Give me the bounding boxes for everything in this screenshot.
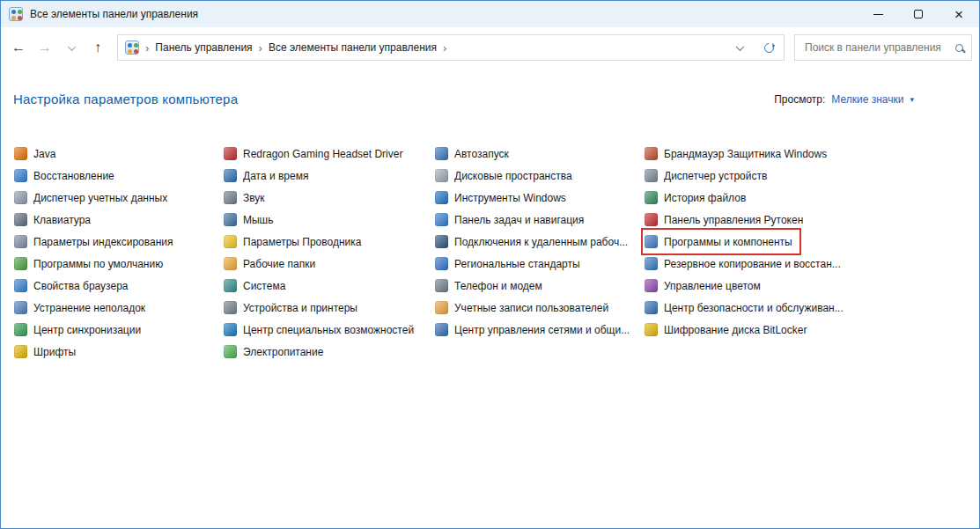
item-label: Учетные записи пользователей (454, 302, 608, 314)
control-panel-item[interactable]: Параметры индексирования (13, 231, 179, 253)
security-center-icon (645, 301, 658, 314)
close-button[interactable]: × (939, 1, 979, 27)
control-panel-item[interactable]: Рабочие папки (223, 253, 321, 275)
troubleshooting-icon (14, 301, 27, 314)
item-label: Система (243, 280, 285, 292)
control-panel-item[interactable]: Инструменты Windows (434, 187, 572, 209)
control-panel-item[interactable]: Резервное копирование и восстан... (644, 253, 847, 275)
java-icon (14, 147, 27, 160)
item-label: Программы по умолчанию (33, 258, 163, 270)
control-panel-item[interactable]: Система (223, 275, 291, 297)
user-accounts-icon (435, 301, 448, 314)
minimize-button[interactable] (858, 1, 898, 27)
keyboard-icon (14, 213, 27, 226)
control-panel-item[interactable]: Свойства браузера (13, 275, 135, 297)
forward-button[interactable]: → (33, 35, 57, 60)
control-panel-item[interactable]: Телефон и модем (434, 275, 549, 297)
control-panel-item[interactable]: Диспетчер устройств (644, 165, 773, 187)
item-label: Электропитание (243, 346, 323, 358)
control-panel-item[interactable]: Устройства и принтеры (223, 297, 364, 319)
programs-features-icon (645, 235, 658, 248)
control-panel-item[interactable]: Панель задач и навигация (434, 209, 590, 231)
address-dropdown-button[interactable] (728, 36, 751, 59)
control-panel-item[interactable]: Брандмауэр Защитника Windows (644, 143, 833, 165)
control-panel-item[interactable]: Центр безопасности и обслуживан... (644, 297, 850, 319)
control-panel-item[interactable]: Центр управления сетями и общи... (434, 319, 636, 341)
control-panel-item[interactable]: Управление цветом (644, 275, 767, 297)
redragon-icon (224, 147, 237, 160)
phone-modem-icon (435, 279, 448, 292)
devices-printers-icon (224, 301, 237, 314)
control-panel-item[interactable]: Redragon Gaming Headset Driver (223, 143, 409, 165)
maximize-button[interactable] (898, 1, 939, 27)
control-panel-item[interactable]: Панель управления Рутокен (644, 209, 809, 231)
breadcrumb-all-items[interactable]: Все элементы панели управления (269, 41, 437, 54)
control-panel-item[interactable]: Шифрование диска BitLocker (644, 319, 813, 341)
recent-pages-dropdown-button[interactable] (59, 35, 84, 60)
control-panel-item[interactable]: Звук (223, 187, 271, 209)
file-history-icon (645, 191, 658, 204)
control-panel-item[interactable]: Электропитание (223, 341, 329, 363)
refresh-button[interactable] (757, 36, 780, 59)
breadcrumb-separator: › (145, 42, 149, 54)
control-panel-item[interactable]: Подключения к удаленным рабоч... (434, 231, 634, 253)
control-panel-item[interactable]: Диспетчер учетных данных (13, 187, 173, 209)
search-icon[interactable] (955, 44, 963, 52)
items-grid: JavaВосстановлениеДиспетчер учетных данн… (13, 143, 967, 363)
control-panel-item[interactable]: Параметры Проводника (223, 231, 367, 253)
control-panel-item[interactable]: Устранение неполадок (13, 297, 151, 319)
item-label: Подключения к удаленным рабоч... (454, 236, 628, 248)
control-panel-item[interactable]: Автозапуск (434, 143, 515, 165)
control-panel-item[interactable]: Региональные стандарты (434, 253, 586, 275)
up-button[interactable]: ↑ (85, 35, 110, 60)
control-panel-item[interactable]: Java (13, 143, 62, 165)
item-label: Инструменты Windows (454, 192, 566, 204)
remote-desktop-icon (435, 235, 448, 248)
item-label: Брандмауэр Защитника Windows (664, 148, 827, 160)
control-panel-item[interactable]: Учетные записи пользователей (434, 297, 615, 319)
control-panel-item[interactable]: Программы по умолчанию (13, 253, 169, 275)
back-button[interactable]: ← (6, 35, 31, 60)
address-bar[interactable]: › Панель управления › Все элементы панел… (117, 34, 785, 61)
control-panel-item[interactable]: Восстановление (13, 165, 121, 187)
backup-restore-icon (645, 257, 658, 270)
control-panel-item[interactable]: Мышь (223, 209, 280, 231)
navigation-bar: ← → ↑ › Панель управления › Все элементы… (1, 27, 979, 68)
items-column: Redragon Gaming Headset DriverДата и вре… (223, 143, 434, 363)
control-panel-item[interactable]: Дисковые пространства (434, 165, 578, 187)
indexing-options-icon (14, 235, 27, 248)
chevron-down-icon (67, 42, 76, 51)
search-input[interactable] (803, 40, 950, 55)
item-label: Клавиатура (33, 214, 91, 226)
item-label: История файлов (664, 192, 746, 204)
item-label: Восстановление (33, 170, 114, 182)
breadcrumb-control-panel[interactable]: Панель управления (155, 41, 252, 54)
page-title: Настройка параметров компьютера (13, 92, 238, 107)
rutoken-icon (645, 213, 658, 226)
control-panel-item[interactable]: Шрифты (13, 341, 82, 363)
item-label: Звук (243, 192, 265, 204)
control-panel-item[interactable]: Дата и время (223, 165, 314, 187)
item-label: Свойства браузера (33, 280, 129, 292)
default-programs-icon (14, 257, 27, 270)
control-panel-item[interactable]: Центр специальных возможностей (223, 319, 420, 341)
control-panel-icon (125, 40, 139, 55)
windows-tools-icon (435, 191, 448, 204)
taskbar-icon (435, 213, 448, 226)
credential-manager-icon (14, 191, 27, 204)
item-label: Устранение неполадок (33, 302, 145, 314)
explorer-options-icon (224, 235, 237, 248)
control-panel-item[interactable]: Программы и компоненты (644, 231, 799, 253)
view-mode-dropdown[interactable]: Мелкие значки (831, 93, 903, 106)
maximize-icon (914, 10, 923, 18)
item-label: Параметры индексирования (33, 236, 173, 248)
bitlocker-icon (645, 323, 658, 336)
control-panel-item[interactable]: История файлов (644, 187, 752, 209)
item-label: Диспетчер устройств (664, 170, 767, 182)
item-label: Мышь (243, 214, 274, 226)
control-panel-item[interactable]: Центр синхронизации (13, 319, 147, 341)
control-panel-item[interactable]: Клавиатура (13, 209, 97, 231)
window-controls: × (858, 1, 979, 27)
system-icon (224, 279, 237, 292)
item-label: Redragon Gaming Headset Driver (243, 148, 402, 160)
